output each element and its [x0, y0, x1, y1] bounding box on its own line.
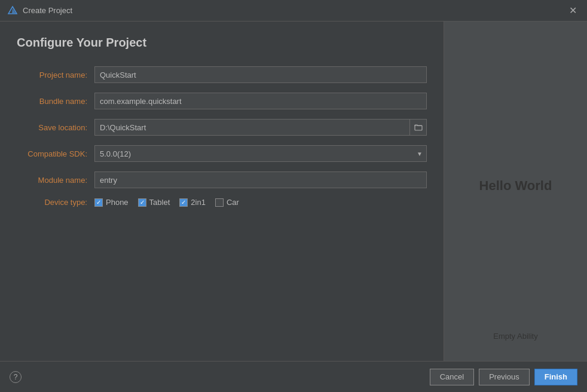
sdk-select-wrapper: 5.0.0(12) ▼ — [94, 145, 427, 162]
save-location-wrapper — [94, 119, 427, 136]
tablet-check-icon: ✓ — [140, 200, 145, 206]
finish-button[interactable]: Finish — [534, 369, 577, 385]
footer-right: Cancel Previous Finish — [430, 369, 577, 385]
left-panel: Configure Your Project Project name: Bun… — [0, 22, 444, 361]
compatible-sdk-row: Compatible SDK: 5.0.0(12) ▼ — [17, 145, 427, 162]
project-name-row: Project name: — [17, 66, 427, 83]
preview-content: Hello World Empty Ability — [450, 33, 581, 349]
close-button[interactable]: ✕ — [565, 4, 580, 18]
titlebar: Create Project ✕ — [0, 0, 587, 22]
device-tablet-option[interactable]: ✓ Tablet — [138, 198, 170, 207]
tablet-checkbox[interactable]: ✓ — [138, 198, 146, 207]
tablet-label: Tablet — [149, 198, 170, 207]
project-name-input[interactable] — [94, 66, 427, 83]
browse-folder-button[interactable] — [409, 120, 426, 135]
device-type-label: Device type: — [17, 198, 94, 207]
save-location-input[interactable] — [95, 120, 409, 135]
bundle-name-input[interactable] — [94, 93, 427, 109]
page-title: Configure Your Project — [17, 36, 427, 50]
bundle-name-row: Bundle name: — [17, 93, 427, 109]
car-label: Car — [227, 198, 239, 207]
module-name-label: Module name: — [17, 176, 94, 185]
cancel-button[interactable]: Cancel — [430, 369, 474, 385]
dialog-content: Configure Your Project Project name: Bun… — [0, 22, 587, 361]
phone-check-icon: ✓ — [96, 200, 101, 206]
preview-hello-world: Hello World — [479, 178, 552, 194]
bundle-name-label: Bundle name: — [17, 97, 94, 106]
svg-rect-0 — [415, 125, 422, 130]
dialog-title: Create Project — [23, 6, 565, 15]
device-car-option[interactable]: Car — [215, 198, 239, 207]
sdk-select[interactable]: 5.0.0(12) — [95, 146, 426, 161]
2in1-checkbox[interactable]: ✓ — [179, 198, 188, 207]
phone-checkbox[interactable]: ✓ — [94, 198, 103, 207]
module-name-input[interactable] — [94, 172, 427, 188]
phone-label: Phone — [106, 198, 129, 207]
create-project-dialog: Create Project ✕ Configure Your Project … — [0, 0, 587, 392]
project-name-label: Project name: — [17, 71, 94, 79]
device-type-row: Device type: ✓ Phone ✓ Tablet — [17, 198, 427, 207]
preview-template-name: Empty Ability — [493, 332, 537, 343]
footer-left: ? — [10, 371, 22, 383]
save-location-row: Save location: — [17, 119, 427, 136]
device-2in1-option[interactable]: ✓ 2in1 — [179, 198, 206, 207]
right-panel: Hello World Empty Ability — [444, 22, 587, 361]
previous-button[interactable]: Previous — [479, 369, 530, 385]
app-logo — [7, 5, 18, 16]
car-checkbox[interactable] — [215, 198, 224, 207]
2in1-label: 2in1 — [191, 198, 206, 207]
device-options: ✓ Phone ✓ Tablet ✓ 2in1 — [94, 198, 239, 207]
module-name-row: Module name: — [17, 172, 427, 188]
help-button[interactable]: ? — [10, 371, 22, 383]
save-location-label: Save location: — [17, 123, 94, 132]
2in1-check-icon: ✓ — [181, 200, 186, 206]
footer: ? Cancel Previous Finish — [0, 361, 587, 392]
device-phone-option[interactable]: ✓ Phone — [94, 198, 129, 207]
compatible-sdk-label: Compatible SDK: — [17, 149, 94, 158]
